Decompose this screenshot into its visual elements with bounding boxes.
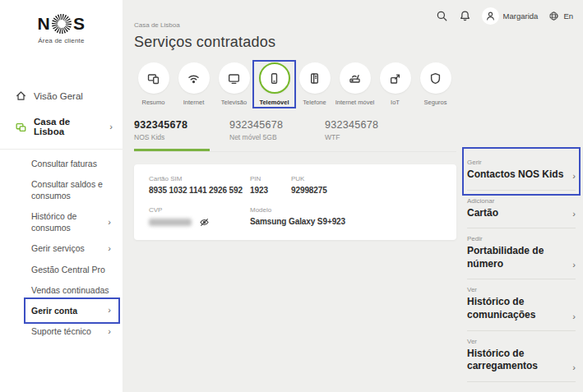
sidebar-item-label: Visão Geral xyxy=(34,91,113,101)
breadcrumb: Casa de Lisboa xyxy=(134,21,583,29)
service-telemovel[interactable]: Telemóvel xyxy=(255,62,294,106)
action-historico-carregamentos[interactable]: Ver Histórico de carregamentos xyxy=(467,331,576,382)
action-kicker: Gerir xyxy=(467,159,576,166)
sidebar-item-label: Casa de Lisboa xyxy=(34,117,103,136)
action-kicker: Ver xyxy=(467,338,576,345)
tab-nos-kids[interactable]: 932345678 NOS Kids xyxy=(134,119,210,151)
tab-number: 932345678 xyxy=(325,119,400,131)
service-internet-movel[interactable]: Internet móvel xyxy=(335,62,374,106)
action-kicker: Adicionar xyxy=(467,197,576,205)
nos-striped-o-icon xyxy=(51,13,72,35)
sidebar-item-gestao-central-pro[interactable]: Gestão Central Pro xyxy=(0,259,123,279)
service-label: Telefone xyxy=(303,99,326,106)
sidebar-item-visao-geral[interactable]: Visão Geral xyxy=(0,82,123,109)
sidebar-item-vendas-continuadas[interactable]: Vendas continuadas xyxy=(0,279,123,300)
service-telefone[interactable]: Telefone xyxy=(295,62,334,106)
action-kicker: Pedir xyxy=(467,235,576,242)
model-value: Samsung Galaxy S9+923 xyxy=(250,217,442,226)
chevron-right-icon xyxy=(572,312,576,321)
action-kicker: Ver xyxy=(467,286,576,293)
tab-number: 932345678 xyxy=(134,119,210,131)
pin-label: PIN xyxy=(250,175,291,182)
action-adicionar-cartao[interactable]: Adicionar Cartão xyxy=(467,191,576,229)
sidebar-item-gerir-conta[interactable]: Gerir conta xyxy=(0,300,123,321)
action-portabilidade[interactable]: Pedir Portabilidade de número xyxy=(467,228,576,279)
sidebar-item-label: Gerir serviços xyxy=(31,242,108,254)
sidebar-item-label: Consultar saldos e consumos xyxy=(31,178,111,201)
sidebar-item-label: Consultar faturas xyxy=(31,158,111,169)
logo-subtitle: Área de cliente xyxy=(0,37,123,44)
sidebar-item-consultar-faturas[interactable]: Consultar faturas xyxy=(0,153,123,173)
tab-net-movel-5gb[interactable]: 932345678 Net móvel 5GB xyxy=(229,119,305,151)
service-iot[interactable]: IoT xyxy=(376,62,414,106)
tab-plan: WTF xyxy=(325,133,400,141)
services-row: Resumo Internet Televisão Telemóvel Tele… xyxy=(134,62,583,106)
puk-field: PUK 92998275 xyxy=(291,175,442,195)
service-label: Internet xyxy=(183,99,204,106)
service-label: Telemóvel xyxy=(259,99,289,106)
nos-logo[interactable]: N S Área de cliente xyxy=(0,13,123,44)
cvp-field: CVP xyxy=(149,206,250,228)
sidebar-item-historico-consumos[interactable]: Histórico de consumos xyxy=(0,206,123,238)
service-label: Resumo xyxy=(142,99,165,106)
chevron-right-icon xyxy=(109,122,113,131)
action-title: Histórico de comunicações xyxy=(467,296,569,321)
eye-slash-icon[interactable] xyxy=(199,217,210,228)
model-label: Modelo xyxy=(250,206,442,214)
service-label: Seguros xyxy=(424,99,447,106)
home-icon xyxy=(15,90,27,102)
chevron-right-icon xyxy=(108,244,111,253)
puk-label: PUK xyxy=(291,175,442,182)
sim-card-label: Cartão SIM xyxy=(149,175,250,182)
action-title: Portabilidade de número xyxy=(467,245,569,270)
service-label: Internet móvel xyxy=(335,99,375,106)
sidebar-item-consultar-saldos[interactable]: Consultar saldos e consumos xyxy=(0,173,123,205)
action-title: Histórico de carregamentos xyxy=(467,348,569,373)
chevron-right-icon xyxy=(572,210,576,219)
action-contactos-nos-kids[interactable]: Gerir Contactos NOS Kids xyxy=(467,152,576,191)
model-field: Modelo Samsung Galaxy S9+923 xyxy=(250,206,442,228)
tab-wtf[interactable]: 932345678 WTF xyxy=(325,119,400,151)
sidebar-item-label: Histórico de consumos xyxy=(31,210,108,233)
action-historico-comunicacoes[interactable]: Ver Histórico de comunicações xyxy=(467,279,576,330)
sim-details-card: Cartão SIM 8935 1032 1141 2926 592 PIN 1… xyxy=(134,164,456,240)
chevron-right-icon xyxy=(108,327,111,336)
sidebar: N S Área de cliente Visão Geral Casa de … xyxy=(0,0,123,392)
service-label: IoT xyxy=(391,99,400,106)
quick-actions: Gerir Contactos NOS Kids Adicionar Cartã… xyxy=(467,152,576,382)
service-seguros[interactable]: Seguros xyxy=(416,62,455,106)
sim-card-value: 8935 1032 1141 2926 592 xyxy=(149,186,250,195)
sidebar-item-suporte-tecnico[interactable]: Suporte técnico xyxy=(0,321,123,342)
pin-value: 1923 xyxy=(250,186,291,195)
logo-letter-s: S xyxy=(73,14,86,34)
tab-plan: Net móvel 5GB xyxy=(229,133,305,141)
service-internet[interactable]: Internet xyxy=(174,62,213,106)
msisdn-tabs: 932345678 NOS Kids 932345678 Net móvel 5… xyxy=(134,119,456,152)
sidebar-divider xyxy=(0,149,123,150)
service-televisao[interactable]: Televisão xyxy=(215,62,253,106)
cvp-masked-value xyxy=(149,219,192,226)
action-title: Contactos NOS Kids xyxy=(467,168,569,182)
chevron-right-icon xyxy=(572,363,576,372)
service-label: Televisão xyxy=(221,99,247,106)
sim-field: Cartão SIM 8935 1032 1141 2926 592 xyxy=(149,175,250,195)
sidebar-item-label: Vendas continuadas xyxy=(31,284,111,296)
tab-number: 932345678 xyxy=(229,119,305,131)
chevron-right-icon xyxy=(108,306,111,315)
action-title: Cartão xyxy=(467,207,569,220)
puk-value: 92998275 xyxy=(291,186,442,195)
household-icon xyxy=(15,121,27,133)
page-title: Serviços contratados xyxy=(134,34,583,51)
service-resumo[interactable]: Resumo xyxy=(134,62,173,106)
sidebar-item-gerir-servicos[interactable]: Gerir serviços xyxy=(0,238,123,259)
logo-letter-n: N xyxy=(37,14,50,34)
chevron-right-icon xyxy=(108,218,111,227)
sidebar-item-label: Suporte técnico xyxy=(31,325,108,337)
tab-plan: NOS Kids xyxy=(134,133,210,141)
sidebar-item-casa-de-lisboa[interactable]: Casa de Lisboa xyxy=(0,109,123,144)
cvp-label: CVP xyxy=(149,206,250,214)
pin-field: PIN 1923 xyxy=(250,175,291,195)
chevron-right-icon xyxy=(572,172,576,181)
chevron-right-icon xyxy=(572,261,576,270)
sidebar-item-label: Gerir conta xyxy=(31,305,108,316)
